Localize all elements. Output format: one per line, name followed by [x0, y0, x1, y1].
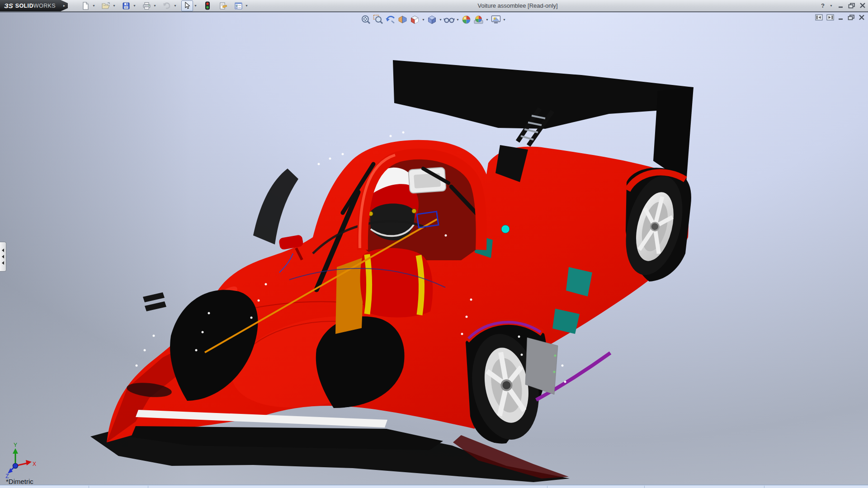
- new-document-icon: [81, 2, 90, 10]
- zoom-to-area-icon: [373, 14, 383, 25]
- status-bar: [0, 485, 868, 488]
- panel-fastener: [553, 371, 556, 373]
- select-dropdown-arrow[interactable]: ▼: [193, 4, 198, 7]
- display-style-button[interactable]: [426, 14, 438, 25]
- previous-view-button[interactable]: [384, 14, 396, 25]
- triad-x-label: X: [33, 461, 36, 467]
- rebuild-button[interactable]: [202, 0, 213, 11]
- status-bar-divider: [89, 486, 89, 488]
- undo-icon: [162, 2, 171, 10]
- triad-y-label: Y: [14, 442, 17, 448]
- save-floppy-icon: [122, 2, 130, 10]
- collapse-arrow-icon: [2, 261, 4, 265]
- undo-button[interactable]: [161, 0, 173, 11]
- new-dropdown-arrow[interactable]: ▼: [91, 4, 96, 7]
- graphics-viewport[interactable]: Y X Z: [0, 12, 868, 488]
- apply-scene-dropdown-arrow[interactable]: ▼: [485, 18, 490, 21]
- windshield-glass: [253, 169, 298, 244]
- harness-strap: [367, 254, 369, 314]
- open-dropdown-arrow[interactable]: ▼: [112, 4, 117, 7]
- document-restore-button[interactable]: [848, 14, 855, 20]
- restore-button[interactable]: [848, 3, 855, 9]
- appearance-ball-icon: [461, 14, 472, 25]
- side-gray-panel: [525, 338, 558, 394]
- document-close-button[interactable]: [859, 14, 865, 20]
- open-folder-icon: [102, 2, 110, 10]
- zoom-to-fit-icon: [361, 14, 371, 25]
- panel-fastener: [554, 355, 557, 357]
- print-button[interactable]: [141, 0, 152, 11]
- solidworks-logo: ЗS SOLIDWORKS: [0, 0, 61, 11]
- document-window-controls: [815, 14, 865, 21]
- zoom-to-fit-button[interactable]: [360, 14, 372, 25]
- main-toolbar: ▼ ▼ ▼: [80, 0, 249, 11]
- hide-show-items-button[interactable]: [443, 14, 455, 25]
- view-orientation-label: *Dimetric: [6, 478, 33, 485]
- harness-strap: [419, 255, 421, 315]
- select-button[interactable]: [181, 0, 193, 11]
- options-dropdown-arrow[interactable]: ▼: [244, 4, 249, 7]
- options-list-icon: [234, 2, 243, 10]
- print-icon: [142, 2, 151, 10]
- reference-triad: Y X Z: [5, 442, 36, 479]
- nose-vent: [145, 301, 166, 311]
- close-button[interactable]: [859, 3, 866, 8]
- view-settings-dropdown-arrow[interactable]: ▼: [502, 18, 507, 21]
- select-cursor-icon: [184, 2, 191, 9]
- collapse-arrow-icon: [2, 249, 4, 252]
- save-button[interactable]: [120, 0, 132, 11]
- new-document-button[interactable]: [80, 0, 91, 11]
- collapse-arrow-icon: [2, 255, 4, 258]
- options-button[interactable]: [232, 0, 244, 11]
- hide-show-dropdown-arrow[interactable]: ▼: [455, 18, 460, 21]
- model-scene[interactable]: Y X Z: [0, 12, 868, 488]
- brand-solid: SOLID: [15, 3, 33, 9]
- nose-vent: [143, 292, 165, 302]
- section-view-icon: [397, 14, 408, 25]
- minimize-button[interactable]: [838, 3, 844, 8]
- section-view-button[interactable]: [396, 14, 409, 25]
- window-title: Voiture assomblee [Read-only]: [450, 2, 585, 9]
- heads-up-view-toolbar: ▼ ▼ ▼: [360, 14, 507, 25]
- document-minimize-button[interactable]: [838, 14, 844, 20]
- view-settings-icon: [491, 14, 501, 25]
- view-orientation-icon: [410, 14, 420, 25]
- help-dropdown-arrow[interactable]: ▼: [829, 4, 834, 7]
- file-properties-icon: [219, 2, 227, 10]
- display-style-dropdown-arrow[interactable]: ▼: [438, 18, 443, 21]
- status-bar-divider: [148, 486, 148, 488]
- edit-appearance-button[interactable]: [460, 14, 472, 25]
- expand-right-panel-button[interactable]: [826, 14, 834, 21]
- solidworks-logo-glyph: ЗS: [4, 2, 13, 9]
- rebuild-traffic-light-icon: [205, 1, 210, 10]
- undo-dropdown-arrow[interactable]: ▼: [173, 4, 178, 7]
- print-dropdown-arrow[interactable]: ▼: [152, 4, 157, 7]
- triad-origin: [13, 464, 18, 469]
- eyeglasses-icon: [443, 14, 455, 25]
- cyan-marker: [501, 225, 509, 233]
- collapse-left-panel-button[interactable]: [815, 14, 823, 21]
- view-settings-button[interactable]: [490, 14, 502, 25]
- status-bar-divider: [547, 486, 547, 488]
- race-car[interactable]: [90, 60, 693, 482]
- title-bar: ЗS SOLIDWORKS ▸ ▼ ▼: [0, 0, 868, 12]
- near-rear-wheel[interactable]: [464, 320, 610, 445]
- previous-view-icon: [385, 14, 396, 25]
- help-button[interactable]: ?: [821, 2, 825, 9]
- apply-scene-icon: [473, 14, 484, 25]
- save-dropdown-arrow[interactable]: ▼: [132, 4, 137, 7]
- apply-scene-button[interactable]: [472, 14, 485, 25]
- brand-works: WORKS: [33, 3, 56, 9]
- display-style-icon: [427, 14, 437, 25]
- view-orientation-button[interactable]: [409, 14, 421, 25]
- feature-manager-collapsed-tab[interactable]: [0, 242, 6, 272]
- open-document-button[interactable]: [100, 0, 112, 11]
- file-properties-button[interactable]: [217, 0, 229, 11]
- near-wheel-hub: [501, 380, 512, 391]
- visor-pivot: [412, 209, 416, 213]
- view-orientation-dropdown-arrow[interactable]: ▼: [421, 18, 426, 21]
- window-controls: ? ▼: [821, 1, 866, 9]
- zoom-to-area-button[interactable]: [372, 14, 384, 25]
- menu-expand-arrow-icon[interactable]: ▸: [61, 0, 68, 11]
- status-bar-divider: [764, 486, 764, 488]
